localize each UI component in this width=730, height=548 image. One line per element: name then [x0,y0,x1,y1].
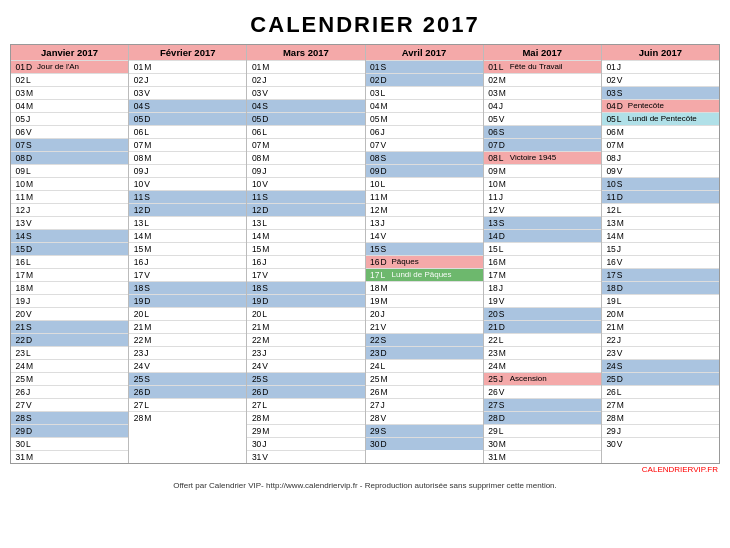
day-letter: M [26,361,36,371]
day-row: 14M [247,229,364,242]
day-number: 18 [367,283,381,293]
day-row: 22S [366,333,483,346]
day-letter: M [499,270,509,280]
day-row: 20M [602,307,719,320]
day-number: 22 [248,335,262,345]
day-number: 30 [485,439,499,449]
day-letter: D [144,114,154,124]
day-number: 05 [248,114,262,124]
day-letter: V [617,348,627,358]
day-number: 19 [603,296,617,306]
day-row: 08M [129,151,246,164]
day-row: 10L [366,177,483,190]
day-number: 19 [130,296,144,306]
day-number: 17 [367,270,381,280]
day-letter: M [262,426,272,436]
day-letter: M [262,231,272,241]
day-label: Lundi de Pentecôte [627,114,718,124]
day-letter: M [26,452,36,462]
day-letter: M [499,439,509,449]
day-letter: D [26,153,36,163]
day-letter: J [144,75,154,85]
day-number: 07 [12,140,26,150]
day-row: 25M [11,372,128,385]
day-number: 21 [248,322,262,332]
day-number: 20 [12,309,26,319]
day-row: 05LLundi de Pentecôte [602,112,719,125]
day-letter: V [617,75,627,85]
day-letter: V [381,322,391,332]
day-row: 11M [11,190,128,203]
day-letter: M [262,244,272,254]
day-letter: M [26,374,36,384]
day-letter: D [144,387,154,397]
day-letter: D [381,166,391,176]
day-letter: M [499,75,509,85]
day-number: 08 [130,153,144,163]
day-letter: J [499,192,509,202]
day-letter: D [617,374,627,384]
day-row: 16DPâques [366,255,483,268]
day-number: 26 [248,387,262,397]
day-letter: V [262,88,272,98]
day-row: 28S [11,411,128,424]
day-letter: V [617,439,627,449]
day-row: 23D [366,346,483,359]
day-row: 14S [11,229,128,242]
day-letter: D [499,140,509,150]
day-letter: V [144,88,154,98]
day-label: Pâques [391,257,482,267]
day-number: 13 [12,218,26,228]
day-letter: M [617,127,627,137]
day-letter: S [144,374,154,384]
day-row: 20S [484,307,601,320]
day-row: 02L [11,73,128,86]
day-number: 08 [12,153,26,163]
day-row: 09J [129,164,246,177]
day-row: 19L [602,294,719,307]
day-number: 12 [248,205,262,215]
day-letter: S [381,335,391,345]
day-letter: M [262,153,272,163]
day-row: 26J [11,385,128,398]
day-row: 15S [366,242,483,255]
day-row: 18M [11,281,128,294]
day-letter: M [381,374,391,384]
day-number: 13 [603,218,617,228]
day-number: 09 [485,166,499,176]
day-number: 10 [367,179,381,189]
day-letter: M [499,348,509,358]
day-row: 17LLundi de Pâques [366,268,483,281]
day-row: 16L [11,255,128,268]
day-number: 18 [603,283,617,293]
day-number: 11 [485,192,499,202]
day-number: 20 [485,309,499,319]
day-row: 31M [484,450,601,463]
day-row: 11J [484,190,601,203]
day-row: 15M [247,242,364,255]
day-letter: J [262,75,272,85]
day-row: 20J [366,307,483,320]
day-row: 28M [129,411,246,424]
day-row: 13L [129,216,246,229]
day-row: 16J [247,255,364,268]
day-letter: V [499,296,509,306]
day-row: 14D [484,229,601,242]
day-number: 30 [12,439,26,449]
day-letter: M [144,413,154,423]
month-column: Mars 201701M02J03V04S05D06L07M08M09J10V1… [247,45,365,463]
day-row: 27L [247,398,364,411]
month-header: Mars 2017 [247,45,364,60]
day-label: Ascension [509,374,600,384]
day-row: 04M [11,99,128,112]
day-number: 30 [603,439,617,449]
day-number: 21 [130,322,144,332]
day-number: 13 [485,218,499,228]
day-number: 18 [248,283,262,293]
day-row: 04S [247,99,364,112]
day-row: 06M [602,125,719,138]
day-letter: D [381,75,391,85]
month-column: Février 201701M02J03V04S05D06L07M08M09J1… [129,45,247,463]
day-row: 28M [602,411,719,424]
day-letter: M [617,218,627,228]
